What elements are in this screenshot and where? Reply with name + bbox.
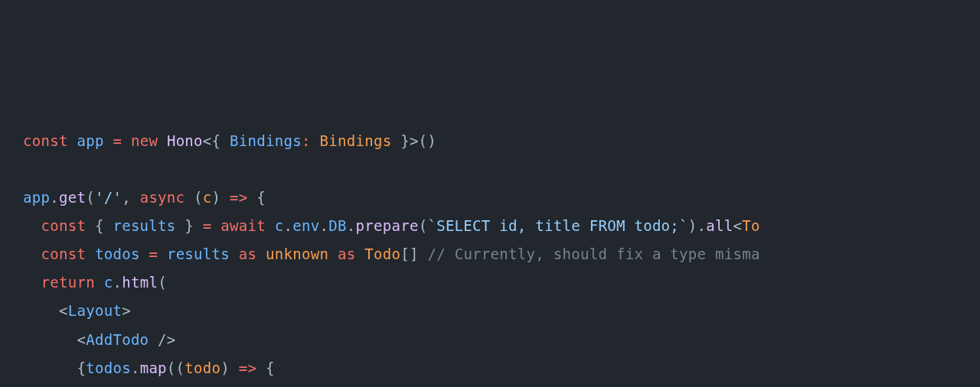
punctuation: . [50, 189, 59, 206]
punctuation: { [86, 217, 113, 234]
property-db: DB [328, 217, 346, 234]
punctuation: : [302, 132, 319, 149]
punctuation: [] [400, 246, 427, 262]
comment: // Currently, should fix a type misma [427, 246, 760, 262]
code-block: const app = new Hono<{ Bindings: Binding… [23, 127, 980, 387]
variable-todos: todos [95, 246, 140, 262]
variable-results: results [113, 217, 175, 234]
keyword-new: new [131, 132, 158, 149]
punctuation: ( [158, 274, 167, 291]
punctuation: . [319, 217, 328, 234]
space [355, 246, 364, 262]
keyword-return: return [41, 274, 94, 291]
type-bindings: Bindings [319, 132, 391, 149]
punctuation: . [131, 359, 140, 376]
punctuation: } [176, 217, 203, 234]
punctuation: ( [86, 189, 95, 206]
keyword-as: as [338, 246, 355, 262]
indent [23, 274, 41, 291]
keyword-const: const [41, 217, 86, 234]
jsx-expr-open: { [77, 359, 86, 376]
punctuation: . [347, 217, 356, 234]
type-todo-partial: To [742, 217, 760, 234]
punctuation: }>() [391, 132, 436, 149]
punctuation: ) [220, 359, 238, 376]
punctuation: ) [212, 189, 230, 206]
indent [23, 302, 59, 319]
code-line: <Layout> [23, 302, 131, 319]
operator-equals: = [149, 246, 158, 262]
string-sql: `SELECT id, title FROM todo;` [427, 217, 688, 234]
space [328, 246, 338, 262]
punctuation: (( [167, 359, 185, 376]
punctuation: . [113, 274, 122, 291]
space [230, 246, 239, 262]
code-line: {todos.map((todo) => { [23, 359, 275, 376]
space [266, 217, 275, 234]
method-map: map [140, 359, 167, 376]
type-bindings: Bindings [230, 132, 302, 149]
keyword-const: const [41, 246, 86, 262]
parameter-c: c [203, 189, 212, 206]
keyword-const: const [23, 132, 68, 149]
method-html: html [122, 274, 158, 291]
type-todo: Todo [364, 246, 400, 262]
jsx-close: > [122, 302, 131, 319]
class-hono: Hono [167, 132, 203, 149]
punctuation: < [733, 217, 743, 234]
variable-app: app [77, 132, 103, 149]
arrow: => [230, 189, 247, 206]
jsx-layout: Layout [68, 302, 122, 319]
code-line: app.get('/', async (c) => { [23, 189, 266, 206]
method-all: all [706, 217, 733, 234]
keyword-async: async [140, 189, 185, 206]
punctuation: <{ [203, 132, 230, 149]
punctuation: { [256, 359, 274, 376]
variable-todos: todos [86, 359, 131, 376]
indent [23, 217, 41, 234]
space [212, 217, 221, 234]
code-line: return c.html( [23, 274, 167, 291]
code-line: const todos = results as unknown as Todo… [23, 246, 760, 262]
operator-equals: = [113, 132, 122, 149]
space [140, 246, 149, 262]
arrow: => [239, 359, 256, 376]
space [158, 246, 167, 262]
space [256, 246, 266, 262]
indent [23, 359, 77, 376]
method-get: get [59, 189, 86, 206]
punctuation: . [284, 217, 293, 234]
variable-app: app [23, 189, 50, 206]
space [86, 246, 95, 262]
punctuation: { [248, 189, 266, 206]
method-prepare: prepare [355, 217, 418, 234]
code-line: const { results } = await c.env.DB.prepa… [23, 217, 760, 234]
punctuation: , [122, 189, 139, 206]
property-env: env [292, 217, 319, 234]
type-unknown: unknown [266, 246, 328, 262]
jsx-addtodo: AddTodo [86, 331, 149, 348]
operator-equals: = [203, 217, 212, 234]
code-line: <AddTodo /> [23, 331, 176, 348]
jsx-close: /> [149, 331, 175, 348]
code-line: const app = new Hono<{ Bindings: Binding… [23, 132, 436, 149]
indent [23, 331, 77, 348]
jsx-open: < [59, 302, 68, 319]
keyword-await: await [220, 217, 266, 234]
indent [23, 246, 41, 262]
string-path: '/' [95, 189, 122, 206]
parameter-todo: todo [185, 359, 220, 376]
space [95, 274, 104, 291]
variable-c: c [104, 274, 113, 291]
punctuation: ). [688, 217, 706, 234]
punctuation: ( [419, 217, 428, 234]
punctuation: ( [185, 189, 202, 206]
jsx-open: < [77, 331, 86, 348]
keyword-as: as [239, 246, 256, 262]
variable-results: results [167, 246, 230, 262]
variable-c: c [275, 217, 284, 234]
